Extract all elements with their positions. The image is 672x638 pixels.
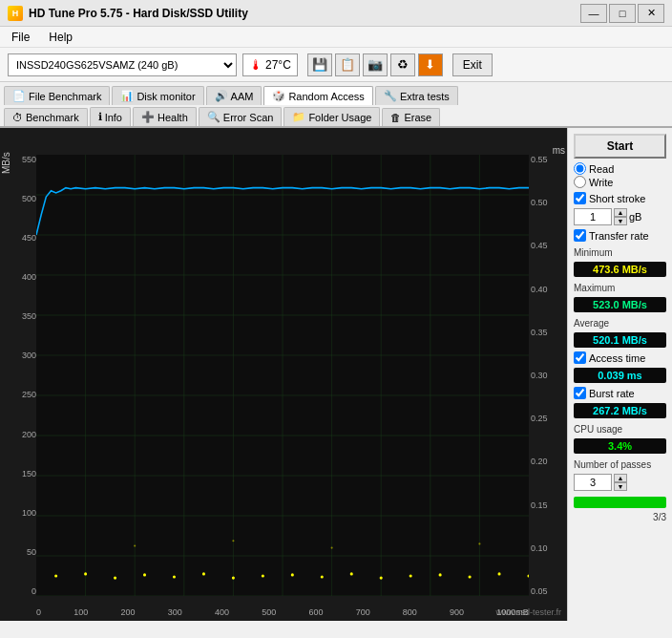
- help-menu[interactable]: Help: [45, 30, 76, 45]
- transfer-rate-label: Transfer rate: [589, 230, 649, 242]
- menu-bar: File Help: [0, 27, 672, 48]
- svg-point-29: [321, 575, 324, 578]
- svg-point-35: [497, 572, 500, 575]
- tab-erase[interactable]: 🗑 Erase: [382, 108, 440, 126]
- file-benchmark-icon: 📄: [12, 90, 26, 102]
- y-label-200: 200: [2, 430, 36, 439]
- tab-disk-monitor[interactable]: 📊 Disk monitor: [112, 86, 203, 105]
- passes-down[interactable]: ▼: [614, 482, 627, 491]
- svg-point-37: [134, 544, 136, 546]
- maximize-button[interactable]: □: [609, 4, 636, 23]
- thermometer-icon: 🌡: [249, 57, 262, 73]
- cpu-usage-label: CPU usage: [574, 424, 666, 435]
- tab-folder-usage[interactable]: 📁 Folder Usage: [284, 107, 380, 126]
- ms-label-030: 0.30: [531, 371, 565, 380]
- write-radio-label[interactable]: Write: [574, 176, 666, 188]
- y-label-150: 150: [2, 469, 36, 478]
- y-axis-labels: 550 500 450 400 350 300 250 200 150 100 …: [2, 155, 36, 596]
- drive-select[interactable]: INSSD240GS625VSAMZ (240 gB): [8, 53, 237, 76]
- passes-up[interactable]: ▲: [614, 474, 627, 482]
- erase-label: Erase: [404, 112, 431, 123]
- close-button[interactable]: ✕: [638, 4, 664, 23]
- write-radio[interactable]: [574, 176, 586, 188]
- x-label-200: 200: [120, 607, 135, 617]
- short-stroke-down[interactable]: ▼: [614, 217, 627, 225]
- y-label-500: 500: [2, 194, 36, 203]
- info-icon-btn[interactable]: 💾: [307, 53, 332, 76]
- transfer-rate-checkbox[interactable]: [574, 229, 586, 242]
- start-button[interactable]: Start: [574, 134, 666, 159]
- ms-label-015: 0.15: [531, 500, 565, 510]
- passes-input[interactable]: [574, 474, 612, 491]
- tabs-row-2: ⏱ Benchmark ℹ Info ➕ Health 🔍 Error Scan…: [0, 105, 672, 126]
- short-stroke-spinner-row: ▲ ▼ gB: [574, 208, 666, 225]
- cpu-usage-value: 3.4%: [574, 438, 666, 454]
- read-radio[interactable]: [574, 162, 586, 175]
- file-benchmark-label: File Benchmark: [29, 91, 101, 102]
- svg-point-36: [527, 574, 529, 577]
- short-stroke-up[interactable]: ▲: [614, 208, 627, 217]
- health-icon: ➕: [141, 111, 155, 123]
- minimum-value: 473.6 MB/s: [574, 262, 666, 277]
- refresh-icon-btn[interactable]: ♻: [390, 53, 415, 76]
- svg-point-22: [114, 577, 116, 580]
- camera-icon-btn[interactable]: 📷: [363, 53, 388, 76]
- tab-file-benchmark[interactable]: 📄 File Benchmark: [4, 86, 110, 105]
- tab-aam[interactable]: 🔊 AAM: [206, 86, 262, 105]
- y-label-300: 300: [2, 351, 36, 360]
- progress-bar-fill: [574, 497, 666, 508]
- average-label: Average: [574, 318, 666, 329]
- erase-icon: 🗑: [390, 112, 401, 123]
- svg-point-21: [84, 572, 87, 575]
- tab-health[interactable]: ➕ Health: [133, 107, 197, 126]
- ms-label-035: 0.35: [531, 328, 565, 337]
- x-label-500: 500: [262, 607, 276, 617]
- svg-point-33: [439, 573, 442, 576]
- passes-spinners: ▲ ▼: [614, 474, 627, 491]
- short-stroke-row: Short stroke: [574, 192, 666, 204]
- short-stroke-checkbox[interactable]: [574, 192, 586, 204]
- file-menu[interactable]: File: [8, 30, 33, 45]
- window-controls: — □ ✕: [580, 4, 664, 23]
- ms-axis-labels: 0.55 0.50 0.45 0.40 0.35 0.30 0.25 0.20 …: [531, 155, 565, 596]
- short-stroke-input[interactable]: [574, 208, 612, 225]
- burst-rate-label: Burst rate: [589, 388, 635, 399]
- copy-icon-btn[interactable]: 📋: [335, 53, 360, 76]
- y-label-0: 0: [2, 586, 36, 596]
- access-time-checkbox-row: Access time: [574, 351, 666, 364]
- svg-point-38: [232, 540, 234, 542]
- short-stroke-spinners: ▲ ▼: [614, 208, 627, 225]
- tab-random-access[interactable]: 🎲 Random Access: [263, 86, 372, 105]
- svg-point-25: [202, 572, 205, 575]
- minimize-button[interactable]: —: [580, 4, 607, 23]
- tab-info[interactable]: ℹ Info: [90, 107, 131, 126]
- svg-point-24: [173, 575, 176, 578]
- number-of-passes-label: Number of passes: [574, 459, 666, 470]
- tab-error-scan[interactable]: 🔍 Error Scan: [199, 107, 283, 126]
- progress-bar-container: [574, 497, 666, 508]
- folder-usage-icon: 📁: [292, 111, 305, 123]
- read-label: Read: [589, 163, 614, 175]
- x-label-100: 100: [74, 607, 88, 617]
- x-axis-labels: 0 100 200 300 400 500 600 700 800 900 10…: [36, 607, 529, 617]
- info-icon: ℹ: [98, 111, 102, 123]
- svg-point-40: [478, 542, 480, 544]
- right-panel: Start Read Write Short stroke ▲ ▼ gB: [567, 128, 672, 621]
- error-scan-label: Error Scan: [223, 112, 274, 123]
- download-icon-btn[interactable]: ⬇: [418, 53, 443, 76]
- ms-label-005: 0.05: [531, 586, 565, 596]
- short-stroke-unit: gB: [629, 211, 641, 223]
- y-label-50: 50: [2, 547, 36, 557]
- access-time-checkbox[interactable]: [574, 351, 586, 364]
- x-label-400: 400: [215, 607, 229, 617]
- y-label-100: 100: [2, 508, 36, 518]
- tab-benchmark[interactable]: ⏱ Benchmark: [4, 108, 88, 126]
- app-icon: H: [8, 6, 23, 21]
- exit-button[interactable]: Exit: [452, 53, 493, 76]
- y-label-350: 350: [2, 311, 36, 321]
- tab-extra-tests[interactable]: 🔧 Extra tests: [375, 86, 458, 105]
- read-radio-label[interactable]: Read: [574, 162, 666, 175]
- chart-svg: [36, 155, 529, 596]
- burst-rate-checkbox[interactable]: [574, 387, 586, 399]
- extra-tests-label: Extra tests: [400, 91, 450, 102]
